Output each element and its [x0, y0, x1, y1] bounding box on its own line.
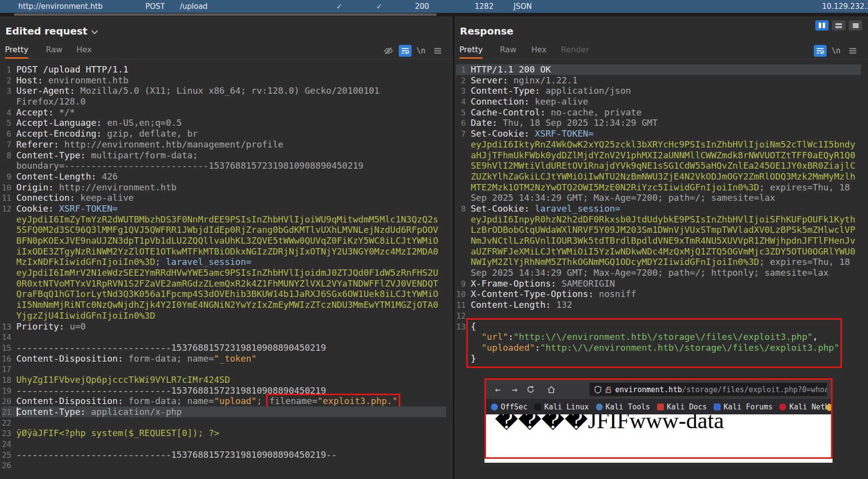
layout-columns-button[interactable] [815, 20, 829, 31]
tab-request-pretty[interactable]: Pretty [5, 44, 28, 59]
reload-icon [526, 385, 536, 394]
code-line: YjgzZjU4IiwidGFnIjoiIn0%3D [1, 310, 446, 321]
request-title-label: Edited request [5, 25, 87, 37]
tab-response-raw[interactable]: Raw [500, 44, 517, 57]
request-tabbar: Pretty Raw Hex \n [0, 44, 453, 59]
code-line: 22 [1, 417, 446, 428]
bookmark-icon [714, 404, 721, 410]
line-number: 13 [1, 322, 11, 332]
code-token: Priority: [16, 321, 65, 332]
code-token: Cookie: [16, 203, 54, 214]
line-number: 1 [456, 65, 466, 75]
response-editor[interactable]: ← → [454, 59, 868, 479]
line-number: 26 [1, 460, 11, 471]
code-token: SAMEORIGIN [556, 278, 615, 289]
show-newlines-toggle[interactable]: \n [415, 45, 427, 57]
tab-response-hex[interactable]: Hex [531, 44, 547, 57]
tab-response-render[interactable]: Render [561, 44, 589, 57]
bookmark-icon [534, 404, 541, 410]
bookmark-label: Kali Docs [667, 402, 707, 413]
code-token: UhyZgI1FVbvejQp6pjcccTkWi9VYLR7cIMr424SD [16, 374, 230, 385]
code-line: 7Set-Cookie: XSRF-TOKEN= [456, 128, 861, 139]
code-token: ZUZkYlhZaGkiLCJtYWMiOiIwNTU2NzBmNWU3ZjE4… [471, 171, 855, 182]
summary-method: POST [145, 0, 165, 13]
code-line: MzIxNDFkIiwidGFnIjoiIn0%3D; laravel_sess… [1, 257, 446, 267]
response-tabbar: Pretty Raw Hex Render \n [454, 44, 868, 59]
tab-response-pretty[interactable]: Pretty [459, 44, 483, 59]
code-line: 25-----------------------------153768815… [1, 449, 446, 460]
code-line: NmJvNCtlLzRGVnlIOUR3Wk5tdTBrdlBpdldVNE9x… [456, 235, 861, 246]
tab-request-hex[interactable]: Hex [76, 44, 92, 57]
code-token: MTE2Mzk1OTM2NzYwOTQ2OWI5MzE0N2RiYzc5Iiwi… [471, 182, 759, 192]
bookmark-icon-partial [826, 404, 831, 411]
show-newlines-toggle[interactable]: \n [830, 45, 842, 57]
hide-response-eye-icon[interactable] [382, 45, 395, 57]
code-token: "upload" [214, 396, 257, 406]
code-line: 10Origin: http://environment.htb [1, 182, 446, 193]
code-line: 12 [456, 310, 861, 321]
summary-url: http://environment.htb [18, 0, 103, 13]
bookmark-icon [779, 404, 786, 410]
code-token: multipart/form-data; [86, 150, 198, 160]
code-token: Firefox/128.0 [16, 96, 86, 107]
line-number: 21 [1, 407, 11, 418]
code-token: ; [155, 257, 166, 267]
tab-request-raw[interactable]: Raw [46, 44, 63, 57]
code-line: 13Priority: u=0 [1, 321, 446, 332]
url-path: /storage/files/exploit.php?0=whoami [682, 385, 827, 394]
code-line: 8Set-Cookie: laravel_session= [456, 203, 861, 214]
bookmark-kali-docs: Kali Docs [657, 402, 707, 413]
code-token: eyJpdiI6IktyRnZ4WkQwK2xYQ25zckl3bXRYcHc9… [471, 139, 855, 149]
code-line: 9X-Frame-Options: SAMEORIGIN [456, 278, 861, 289]
layout-single-button[interactable] [849, 20, 862, 31]
code-line: Firefox/128.0 [1, 96, 446, 107]
word-wrap-toggle[interactable] [399, 45, 412, 57]
bookmark-kali-nethunter: Kali NetHunter [779, 402, 831, 413]
code-line: iIxODE3ZTgyNzRiNWM2YzZlOTE1OTkwMTFkMTBiO… [1, 246, 446, 257]
code-token: Content-Type: [16, 150, 86, 160]
code-line: Sep 2025 14:34:29 GMT; Max-Age=7200; pat… [456, 267, 861, 278]
repeater-main: Edited request Pretty Raw Hex \n [0, 16, 868, 479]
line-number: 8 [1, 150, 11, 161]
code-token: 5SFQ0M2d3SC96Q3lMMFg1QVJ5QWFRR1JWbjdIdEp… [16, 224, 438, 235]
code-line: 13{ [456, 321, 861, 332]
bookmark-label: Kali Forums [724, 402, 772, 413]
code-token: Referer: [16, 139, 59, 149]
bookmark-icon [596, 404, 603, 410]
horizontal-scrollbar[interactable] [0, 13, 868, 16]
code-token: boundary=---------------------------1537… [16, 160, 363, 171]
code-line: "url":"http:\/\/environment.htb\/storage… [456, 332, 861, 342]
editor-menu-icon[interactable] [431, 45, 444, 57]
code-token: Content-Length: [471, 299, 551, 310]
browser-toolbar: ← → [486, 380, 831, 399]
code-token: } [471, 353, 476, 364]
word-wrap-toggle[interactable] [814, 45, 827, 57]
chevron-down-icon[interactable] [91, 30, 98, 35]
line-number: 11 [1, 193, 11, 204]
code-token: keep-alive [529, 96, 588, 107]
line-number: 24 [1, 439, 11, 450]
code-line: 8Content-Type: multipart/form-data; [1, 150, 446, 161]
line-number: 5 [1, 118, 11, 129]
editor-menu-icon[interactable] [846, 45, 859, 57]
code-line: QraFBqQ1hGT1orLytNd3Q3K056a1Fpcmp4S3dOVE… [1, 289, 446, 299]
bookmark-icon [657, 404, 664, 410]
code-token: Accept-Language: [16, 117, 102, 128]
layout-rows-button[interactable] [832, 20, 845, 31]
request-editor[interactable]: 1POST /upload HTTP/1.12Host: environment… [0, 59, 453, 479]
code-token: "http:\/\/environment.htb\/storage\/file… [540, 342, 839, 353]
line-number: 2 [1, 75, 11, 86]
code-line: NWIyM2ZlYjRhNmM5ZThkOGNmMGQ1ODcyMDY2Iiwi… [456, 257, 861, 267]
scrollbar-thumb[interactable] [14, 13, 437, 16]
line-number: 23 [1, 428, 11, 439]
code-line: 3User-Agent: Mozilla/5.0 (X11; Linux x86… [1, 85, 446, 96]
code-token: Accept: [16, 107, 54, 117]
code-token: Connection: [16, 192, 75, 203]
insecure-lock-icon [605, 386, 612, 394]
request-summary-bar[interactable]: http://environment.htb POST /upload ✓ ✓ … [0, 0, 868, 13]
home-icon [547, 386, 557, 394]
request-title[interactable]: Edited request [5, 25, 98, 37]
code-token: Sep 2025 14:34:29 GMT; Max-Age=7200; pat… [471, 267, 829, 278]
burp-repeater-window: { "topbar": { "url": "http://environment… [0, 0, 868, 479]
code-token: X-Content-Type-Options: [471, 289, 593, 299]
